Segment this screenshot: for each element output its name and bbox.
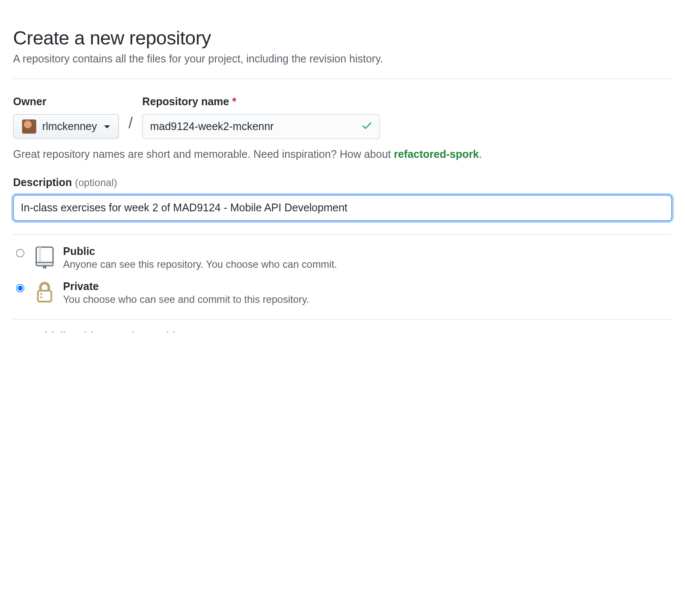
- page-title: Create a new repository: [13, 27, 672, 49]
- init-readme-title: Initialize this repository with a README: [35, 330, 578, 332]
- visibility-private-title: Private: [63, 281, 309, 293]
- owner-selected: rlmckenney: [42, 120, 97, 133]
- visibility-public-radio[interactable]: [16, 249, 24, 257]
- init-readme-option[interactable]: Initialize this repository with a README…: [13, 330, 672, 332]
- owner-select[interactable]: rlmckenney: [13, 114, 119, 139]
- lock-icon: [35, 281, 55, 305]
- owner-label: Owner: [13, 96, 119, 108]
- avatar: [22, 119, 36, 133]
- optional-label: (optional): [75, 177, 117, 188]
- divider: [13, 234, 672, 234]
- visibility-public-desc: Anyone can see this repository. You choo…: [63, 259, 337, 271]
- visibility-public-title: Public: [63, 246, 337, 258]
- repo-name-suggestion[interactable]: refactored-spork: [394, 148, 479, 160]
- svg-rect-5: [40, 296, 42, 298]
- repo-name-label: Repository name *: [142, 96, 380, 108]
- repo-name-hint: Great repository names are short and mem…: [13, 148, 672, 161]
- page-subtitle: A repository contains all the files for …: [13, 53, 672, 65]
- repo-name-input[interactable]: [142, 114, 380, 139]
- visibility-private-radio[interactable]: [16, 284, 24, 292]
- owner-repo-separator: /: [127, 110, 134, 139]
- check-icon: [361, 119, 373, 133]
- svg-rect-3: [38, 290, 51, 302]
- description-input[interactable]: [13, 195, 672, 221]
- caret-down-icon: [104, 125, 110, 128]
- svg-rect-2: [36, 262, 53, 266]
- required-asterisk: *: [232, 96, 236, 108]
- repo-icon: [35, 246, 55, 270]
- visibility-public-option[interactable]: Public Anyone can see this repository. Y…: [13, 246, 672, 271]
- svg-rect-4: [40, 293, 42, 295]
- divider: [13, 319, 672, 320]
- description-label: Description (optional): [13, 177, 672, 189]
- divider: [13, 78, 672, 79]
- visibility-private-option[interactable]: Private You choose who can see and commi…: [13, 281, 672, 306]
- visibility-private-desc: You choose who can see and commit to thi…: [63, 294, 309, 306]
